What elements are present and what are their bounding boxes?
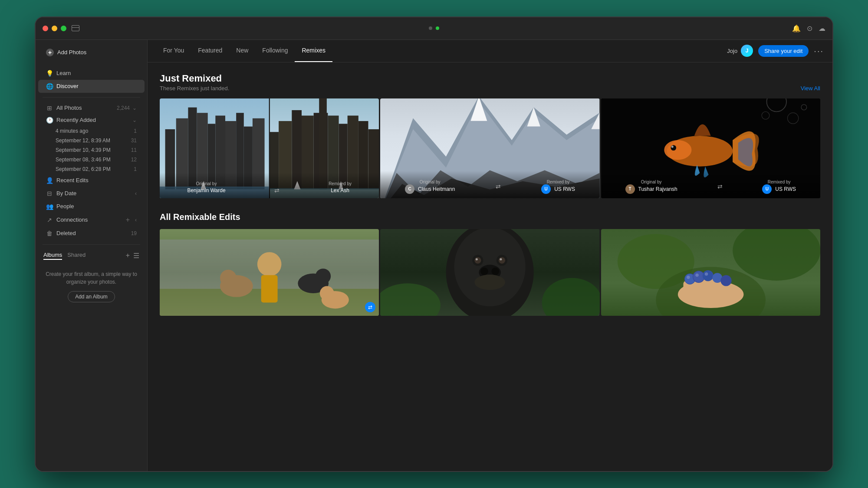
sub-item-2[interactable]: September 10, 4:39 PM 11	[38, 145, 145, 155]
albums-header: Albums Shared + ☰	[36, 247, 147, 262]
nav-tabs: For You Featured New Following Remixes	[156, 40, 332, 62]
tab-featured[interactable]: Featured	[191, 40, 229, 62]
tab-new[interactable]: New	[229, 40, 255, 62]
all-photos-right: 2,244 ⌄	[117, 105, 137, 111]
learn-label: Learn	[56, 70, 71, 76]
sidebar-divider-2	[43, 244, 140, 245]
photo-card-2[interactable]: Original by C Claus Heitmann ⇄ Remixed b…	[380, 98, 599, 198]
sidebar-section-learn: 💡 Learn 🌐 Discover	[36, 65, 147, 95]
sub-item-1[interactable]: September 12, 8:39 AM 31	[38, 136, 145, 145]
photo-credit-remix-1: Remixed by Lex Ash	[329, 181, 352, 194]
app-body: + Add Photos 💡 Learn 🌐 Discover ⊞	[36, 40, 832, 471]
svg-point-88	[720, 275, 731, 286]
photo-card-2-info: Original by C Claus Heitmann ⇄ Remixed b…	[380, 171, 599, 198]
titlebar-right: 🔔 ⊙ ☁	[792, 24, 825, 33]
close-button[interactable]	[43, 26, 48, 31]
sub-item-4[interactable]: September 02, 6:28 PM 1	[38, 164, 145, 174]
sidebar-item-connections[interactable]: ↗ Connections + ‹	[38, 213, 145, 227]
share-edit-button[interactable]: Share your edit	[758, 45, 809, 57]
connections-chevron: ‹	[135, 217, 137, 223]
sidebar-item-discover[interactable]: 🌐 Discover	[38, 80, 145, 93]
sidebar-item-people[interactable]: 👥 People	[38, 200, 145, 213]
all-photos-header[interactable]: ⊞ All Photos 2,244 ⌄	[38, 102, 145, 114]
avatar-claus: C	[405, 184, 414, 194]
tab-remixes[interactable]: Remixes	[295, 40, 332, 62]
album-actions: + ☰	[126, 252, 139, 260]
more-button[interactable]: ···	[814, 46, 824, 56]
tab-albums[interactable]: Albums	[43, 252, 62, 260]
remix-icon-1: ⇄	[274, 187, 279, 194]
clock-icon: 🕐	[46, 117, 53, 124]
svg-point-56	[320, 286, 334, 300]
user-avatar: J	[741, 45, 753, 57]
sub-item-3[interactable]: September 08, 3:46 PM 12	[38, 155, 145, 164]
tab-following[interactable]: Following	[255, 40, 295, 62]
photo-card-3-info: Original by T Tushar Rajvansh ⇄ Remixed …	[601, 171, 820, 198]
avatar-tushar: T	[625, 184, 635, 194]
discover-label: Discover	[56, 83, 79, 89]
minimize-button[interactable]	[52, 26, 57, 31]
add-album-icon[interactable]: +	[126, 252, 130, 260]
svg-point-63	[499, 257, 505, 263]
photo-credit-original-3: Original by T Tushar Rajvansh	[625, 180, 677, 194]
connections-add-icon[interactable]: +	[126, 216, 130, 224]
photo-card-berries[interactable]	[601, 229, 820, 316]
cloud-icon[interactable]: ☁	[819, 24, 825, 33]
deleted-label: Deleted	[56, 230, 76, 236]
sidebar-divider-1	[43, 97, 140, 98]
all-remixable-grid: ⇄	[160, 229, 820, 316]
photo-card-3[interactable]: Original by T Tushar Rajvansh ⇄ Remixed …	[601, 98, 820, 198]
photo-card-gorilla[interactable]	[380, 229, 599, 316]
window-icon	[72, 25, 79, 31]
sidebar-item-learn[interactable]: 💡 Learn	[38, 67, 145, 80]
tab-shared[interactable]: Shared	[67, 252, 85, 260]
sidebar: + Add Photos 💡 Learn 🌐 Discover ⊞	[36, 40, 148, 471]
add-icon: +	[46, 49, 54, 56]
sidebar-item-deleted[interactable]: 🗑 Deleted 19	[38, 227, 145, 240]
notification-icon[interactable]: 🔔	[792, 24, 801, 33]
deleted-count: 19	[131, 230, 137, 236]
user-name: Jojo	[727, 48, 737, 54]
svg-point-91	[704, 272, 708, 276]
section-title-area: Just Remixed These Remixes just landed.	[160, 73, 229, 92]
svg-point-85	[693, 271, 704, 282]
just-remixed-title: Just Remixed	[160, 73, 229, 84]
sub-item-0[interactable]: 4 minutes ago 1	[38, 126, 145, 136]
expand-icon: ⌄	[132, 105, 137, 111]
photo-credit-original-2: Original by C Claus Heitmann	[405, 180, 455, 194]
recently-added-right: ⌄	[132, 117, 137, 123]
svg-point-68	[492, 267, 500, 275]
sidebar-section-photos: ⊞ All Photos 2,244 ⌄ 🕐 Recently Added ⌄	[36, 100, 147, 242]
photo-card-1[interactable]: Original by Benjamin Warde ⇄ Remixed by …	[160, 98, 379, 198]
sub-item-count-2: 11	[131, 147, 137, 153]
svg-point-69	[475, 275, 506, 290]
svg-point-49	[257, 252, 282, 276]
sub-item-count-4: 1	[134, 166, 137, 172]
sub-item-label-0: 4 minutes ago	[56, 128, 88, 134]
svg-point-86	[702, 270, 713, 281]
sort-album-icon[interactable]: ☰	[133, 252, 139, 260]
svg-point-44	[671, 145, 676, 151]
sidebar-item-by-date[interactable]: ⊟ By Date ‹	[38, 187, 145, 200]
recently-added-header[interactable]: 🕐 Recently Added ⌄	[38, 114, 145, 126]
maximize-button[interactable]	[61, 26, 66, 31]
add-photos-button[interactable]: + Add Photos	[43, 46, 140, 59]
just-remixed-subtitle: These Remixes just landed.	[160, 85, 229, 92]
main-content: For You Featured New Following Remixes	[148, 40, 832, 471]
view-all-button[interactable]: View All	[801, 85, 820, 92]
photo-card-dogs[interactable]: ⇄	[160, 229, 379, 316]
help-icon[interactable]: ⊙	[807, 24, 812, 33]
main-scroll[interactable]: Just Remixed These Remixes just landed. …	[148, 62, 832, 471]
just-remixed-grid: Original by Benjamin Warde ⇄ Remixed by …	[160, 98, 820, 198]
sidebar-item-recent-edits[interactable]: 👤 Recent Edits	[38, 174, 145, 187]
add-album-button[interactable]: Add an Album	[68, 291, 115, 302]
photo-credit-original-1: Original by Benjamin Warde	[187, 181, 225, 194]
avatar-usrws-1: U	[541, 184, 551, 194]
remix-icon-3: ⇄	[717, 183, 723, 190]
svg-point-90	[695, 273, 699, 277]
svg-point-67	[481, 267, 489, 275]
tab-for-you[interactable]: For You	[156, 40, 191, 62]
discover-icon: 🌐	[46, 83, 53, 90]
titlebar-center	[429, 26, 439, 30]
svg-point-52	[220, 269, 237, 286]
